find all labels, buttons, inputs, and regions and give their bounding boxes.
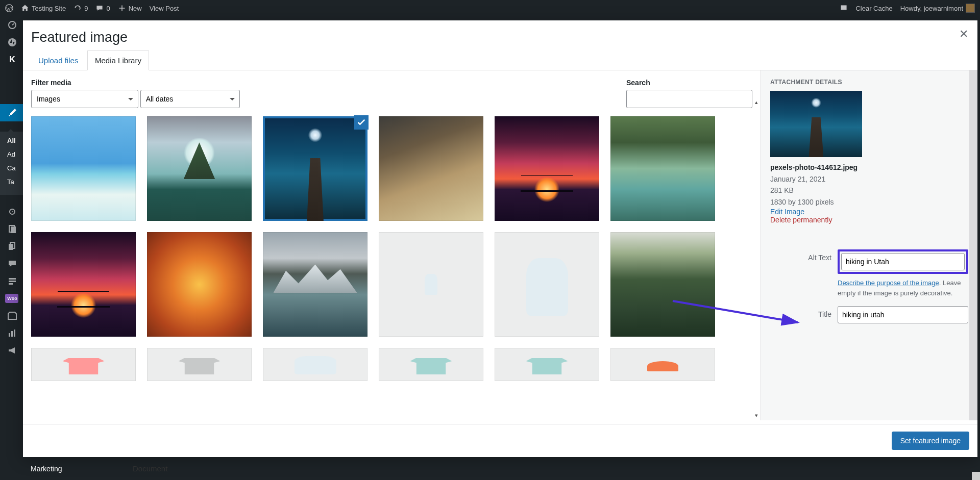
wp-logo[interactable] bbox=[5, 4, 13, 12]
comments-icon[interactable] bbox=[0, 255, 23, 272]
filter-type-select[interactable]: Images bbox=[31, 90, 138, 108]
svg-rect-14 bbox=[11, 331, 13, 337]
media-thumb[interactable] bbox=[495, 348, 599, 381]
wp-admin-sidebar: K Woo bbox=[0, 16, 23, 480]
svg-rect-1 bbox=[841, 5, 847, 10]
svg-rect-15 bbox=[14, 330, 15, 337]
new-content[interactable]: New bbox=[118, 4, 142, 12]
attachment-date: January 21, 2021 bbox=[770, 173, 968, 185]
svg-point-5 bbox=[12, 211, 13, 212]
media-thumb[interactable] bbox=[263, 232, 368, 337]
corner-scroll[interactable] bbox=[972, 472, 980, 480]
pages-icon[interactable] bbox=[0, 220, 23, 238]
clear-cache[interactable]: Clear Cache bbox=[855, 5, 892, 12]
media-thumb[interactable] bbox=[31, 232, 136, 337]
check-icon bbox=[354, 115, 369, 130]
search-label: Search bbox=[626, 79, 752, 87]
details-scrollbar[interactable] bbox=[969, 70, 977, 420]
media-thumb[interactable] bbox=[495, 232, 599, 337]
kinsta-icon[interactable]: K bbox=[0, 51, 23, 68]
media-thumb[interactable] bbox=[379, 116, 483, 221]
modal-title: Featured image bbox=[23, 20, 977, 45]
media-thumb-selected[interactable] bbox=[263, 116, 368, 221]
filter-media-label: Filter media bbox=[31, 79, 240, 87]
attachment-size: 281 KB bbox=[770, 185, 968, 196]
form-icon[interactable] bbox=[0, 272, 23, 290]
background-editor: Document bbox=[133, 464, 167, 473]
featured-image-modal: Featured image ✕ Upload files Media Libr… bbox=[23, 20, 977, 457]
tab-media-library[interactable]: Media Library bbox=[87, 50, 149, 70]
media-thumb[interactable] bbox=[379, 232, 483, 337]
set-featured-image-button[interactable]: Set featured image bbox=[892, 432, 969, 450]
comments[interactable]: 0 bbox=[95, 4, 110, 12]
svg-rect-10 bbox=[9, 278, 16, 280]
title-input[interactable] bbox=[838, 306, 968, 323]
media-thumb[interactable] bbox=[31, 116, 136, 221]
alt-text-input[interactable] bbox=[841, 253, 965, 270]
media-thumb[interactable] bbox=[147, 232, 252, 337]
notes-icon[interactable] bbox=[840, 4, 848, 12]
media-grid bbox=[31, 116, 752, 381]
media-thumb[interactable] bbox=[147, 348, 252, 381]
attachment-preview bbox=[770, 91, 862, 157]
media-thumb[interactable] bbox=[31, 348, 136, 381]
media-icon-2[interactable] bbox=[0, 203, 23, 220]
media-thumb[interactable] bbox=[147, 116, 252, 221]
dashboard-icon[interactable] bbox=[0, 16, 23, 34]
media-tabs: Upload files Media Library bbox=[23, 50, 977, 70]
marketing-icon[interactable] bbox=[0, 342, 23, 359]
media-thumb[interactable] bbox=[610, 348, 715, 381]
svg-rect-7 bbox=[11, 226, 16, 233]
attachment-dimensions: 1830 by 1300 pixels bbox=[770, 196, 968, 208]
media-thumb[interactable] bbox=[610, 116, 715, 221]
grid-scrollbar[interactable]: ▴▾ bbox=[752, 99, 761, 420]
analytics-icon[interactable] bbox=[0, 324, 23, 342]
attachment-filename: pexels-photo-414612.jpeg bbox=[770, 163, 968, 171]
tab-upload[interactable]: Upload files bbox=[31, 51, 85, 70]
search-input[interactable] bbox=[626, 90, 752, 108]
site-name: Testing Site bbox=[32, 5, 66, 12]
modal-footer: Set featured image bbox=[23, 424, 977, 457]
admin-bar: Testing Site 9 0 New View Post Clear Cac… bbox=[0, 0, 980, 16]
sidebar-marketing-label: Marketing bbox=[31, 457, 62, 480]
media-grid-area: Filter media Images All dates Search bbox=[23, 70, 761, 420]
alt-text-label: Alt Text bbox=[770, 249, 831, 262]
svg-rect-13 bbox=[9, 333, 10, 337]
attachment-details-heading: ATTACHMENT DETAILS bbox=[770, 79, 968, 86]
copies-icon[interactable] bbox=[0, 238, 23, 255]
alt-text-highlight bbox=[838, 249, 968, 274]
site-home[interactable]: Testing Site bbox=[21, 4, 66, 12]
describe-image-link[interactable]: Describe the purpose of the image bbox=[838, 279, 939, 287]
products-icon[interactable] bbox=[0, 307, 23, 324]
close-icon[interactable]: ✕ bbox=[959, 28, 968, 41]
media-thumb[interactable] bbox=[379, 348, 483, 381]
alt-text-hint: Describe the purpose of the image. Leave… bbox=[838, 278, 968, 298]
media-thumb[interactable] bbox=[610, 232, 715, 337]
howdy-user[interactable]: Howdy, joewarnimont bbox=[900, 4, 975, 13]
svg-point-3 bbox=[8, 38, 16, 46]
woo-icon[interactable]: Woo bbox=[5, 294, 18, 303]
view-post[interactable]: View Post bbox=[150, 5, 179, 12]
edit-image-link[interactable]: Edit Image bbox=[770, 208, 968, 216]
updates[interactable]: 9 bbox=[74, 4, 88, 12]
posts-icon[interactable] bbox=[0, 104, 23, 121]
attachment-details-panel: ATTACHMENT DETAILS pexels-photo-414612.j… bbox=[761, 70, 977, 420]
avatar bbox=[966, 4, 975, 13]
delete-permanently-link[interactable]: Delete permanently bbox=[770, 216, 968, 224]
media-thumb[interactable] bbox=[263, 348, 368, 381]
svg-rect-8 bbox=[9, 244, 13, 250]
media-thumb[interactable] bbox=[495, 116, 599, 221]
jetpack-icon[interactable] bbox=[0, 34, 23, 51]
title-label: Title bbox=[770, 306, 831, 318]
svg-rect-11 bbox=[9, 281, 16, 282]
filter-date-select[interactable]: All dates bbox=[140, 90, 240, 108]
svg-rect-12 bbox=[9, 283, 13, 285]
